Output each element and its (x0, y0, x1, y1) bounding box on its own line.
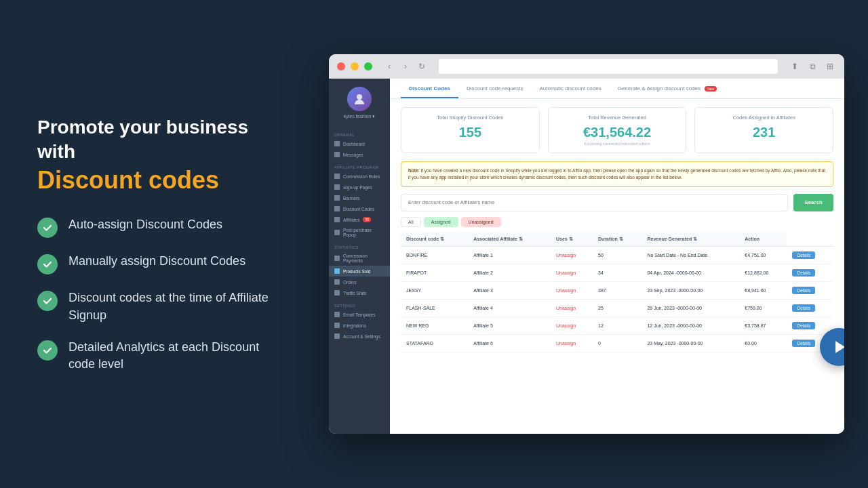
cell-action[interactable]: Details (787, 264, 833, 281)
sidebar-item-commission-payments[interactable]: Commission Payments (329, 251, 390, 266)
back-button[interactable]: ‹ (383, 60, 395, 73)
sidebar-item-label: Sign-up Pages (343, 185, 372, 190)
sidebar-item-email-templates[interactable]: Email Templates (329, 309, 390, 320)
browser-titlebar: ‹ › ↻ ⬆ ⧉ ⊞ (329, 54, 844, 79)
address-bar[interactable] (439, 59, 778, 74)
copy-button[interactable]: ⧉ (806, 60, 818, 73)
cell-unassign[interactable]: Unassign (551, 264, 593, 281)
integrations-icon (334, 323, 340, 328)
cell-uses: 25 (593, 299, 642, 317)
sidebar-item-commission-rules[interactable]: Commission Rules (329, 171, 390, 182)
forward-button[interactable]: › (399, 60, 412, 73)
traffic-light-green[interactable] (364, 62, 372, 70)
cell-revenue: €0.00 (739, 334, 787, 352)
col-header-code: Discount code ⇅ (401, 232, 468, 247)
check-icon-manually-assign (37, 254, 58, 274)
filter-unassigned[interactable]: Unassigned (461, 217, 501, 227)
sidebar-item-label: Traffic Stats (343, 291, 366, 296)
cell-affiliate: Affiliate 5 (468, 317, 551, 334)
cell-revenue: €12,862.00 (739, 264, 787, 281)
sidebar-section-statistics: STATISTICS (329, 243, 390, 251)
sidebar-section-affiliate: AFFILIATE PROGRAM (329, 163, 390, 171)
cell-action[interactable]: Details (787, 246, 833, 264)
sidebar-item-label: Messages (343, 152, 363, 157)
sidebar-item-label: Commission Rules (343, 174, 380, 179)
stat-sub-revenue: Excluding cancelled/refunded orders (558, 142, 677, 146)
search-input[interactable] (401, 194, 788, 211)
tab-automatic-discount-codes[interactable]: Automatic discount codes (532, 79, 610, 98)
cell-affiliate: Affiliate 3 (468, 281, 551, 299)
cell-unassign[interactable]: Unassign (551, 281, 593, 299)
cell-code: NEW REG (401, 317, 468, 334)
cell-action[interactable]: Details (787, 281, 833, 299)
svg-point-0 (357, 94, 362, 100)
table-row: FIRAPOT Affiliate 2 Unassign 34 04 Apr, … (401, 264, 833, 281)
stat-card-assigned: Codes Assigned to Affiliates 231 (694, 107, 833, 153)
sidebar-item-post-purchase[interactable]: Post-purchase Popup (329, 225, 390, 240)
app-sidebar: kyles.fashion ▾ GENERAL Dashboard Messag… (329, 79, 390, 434)
share-button[interactable]: ⬆ (789, 60, 801, 73)
content-area: Total Shopify Discount Codes 155 Total R… (390, 99, 844, 434)
sidebar-item-label: Integrations (343, 323, 366, 328)
sidebar-item-dashboard[interactable]: Dashboard (329, 138, 390, 149)
sidebar-item-messages[interactable]: Messages (329, 149, 390, 160)
sidebar-item-label: Dashboard (343, 142, 365, 146)
cell-unassign[interactable]: Unassign (551, 246, 593, 264)
feature-item-auto-assign: Auto-assign Discount Codes (37, 216, 288, 238)
traffic-light-red[interactable] (337, 62, 345, 70)
commission-payments-icon (334, 256, 340, 261)
headline: Promote your business with Discount code… (37, 115, 288, 197)
tab-discount-codes[interactable]: Discount Codes (401, 79, 458, 98)
sidebar-item-label: Email Templates (343, 312, 376, 317)
sidebar-item-banners[interactable]: Banners (329, 192, 390, 203)
cell-unassign[interactable]: Unassign (551, 317, 593, 334)
sidebar-item-affiliates[interactable]: Affiliates 55 (329, 214, 390, 225)
sidebar-item-discount-codes[interactable]: Discount Codes (329, 203, 390, 214)
feature-list: Auto-assign Discount Codes Manually assi… (37, 216, 288, 373)
sidebar-item-label: Discount Codes (343, 207, 374, 211)
sidebar-item-traffic-stats[interactable]: Traffic Stats (329, 287, 390, 298)
search-button[interactable]: Search (793, 194, 833, 211)
feature-item-analytics: Detailed Analytics at each Discount code… (37, 339, 288, 373)
orders-icon (334, 279, 340, 285)
sidebar-item-signup-pages[interactable]: Sign-up Pages (329, 182, 390, 192)
tab-discount-code-requests[interactable]: Discount code requests (458, 79, 532, 98)
sidebar-item-label: Products Sold (343, 269, 370, 274)
sidebar-item-orders[interactable]: Orders (329, 277, 390, 287)
sidebar-item-label: Commission Payments (343, 253, 384, 263)
col-header-uses: Uses ⇅ (551, 232, 593, 247)
sidebar-item-products-sold[interactable]: Products Sold (329, 266, 390, 277)
sidebar-username: kyles.fashion ▾ (344, 114, 375, 119)
cell-uses: 34 (593, 264, 642, 281)
cell-revenue: €8,941.60 (739, 281, 787, 299)
filter-assigned[interactable]: Assigned (424, 217, 458, 227)
cell-unassign[interactable]: Unassign (551, 299, 593, 317)
col-header-revenue: Revenue Generated ⇅ (642, 232, 739, 247)
cell-uses: 12 (593, 317, 642, 334)
cell-action[interactable]: Details (787, 299, 833, 317)
cell-code: FIRAPOT (401, 264, 468, 281)
refresh-button[interactable]: ↻ (416, 60, 428, 73)
cell-duration: 29 Jun, 2023 -0000-00-00 (642, 299, 739, 317)
expand-button[interactable]: ⊞ (824, 60, 836, 73)
cell-unassign[interactable]: Unassign (551, 334, 593, 352)
feature-item-manually-assign: Manually assign Discount Codes (37, 253, 288, 274)
filter-all[interactable]: All (401, 217, 421, 227)
traffic-light-yellow[interactable] (351, 62, 359, 70)
products-sold-icon (334, 268, 340, 274)
cell-code: FLASH-SALE (401, 299, 468, 317)
sidebar-item-label: Post-purchase Popup (343, 228, 384, 237)
banners-icon (334, 195, 340, 201)
cell-code: JESSY (401, 281, 468, 299)
sidebar-item-integrations[interactable]: Integrations (329, 320, 390, 331)
tab-generate-assign[interactable]: Generate & Assign discount codes New (610, 79, 726, 98)
stat-label-revenue: Total Revenue Generated (558, 115, 677, 121)
new-badge: New (705, 86, 717, 92)
cell-duration: No Start Date - No End Date (642, 246, 739, 264)
search-row: Search (401, 194, 833, 211)
sidebar-item-account-settings[interactable]: Account & Settings (329, 331, 390, 342)
table-row: FLASH-SALE Affiliate 4 Unassign 25 29 Ju… (401, 299, 833, 317)
cell-affiliate: Affiliate 1 (468, 246, 551, 264)
feature-item-signup: Discount codes at the time of Affiliate … (37, 289, 288, 323)
table-body: BONFIRE Affiliate 1 Unassign 50 No Start… (401, 246, 833, 352)
